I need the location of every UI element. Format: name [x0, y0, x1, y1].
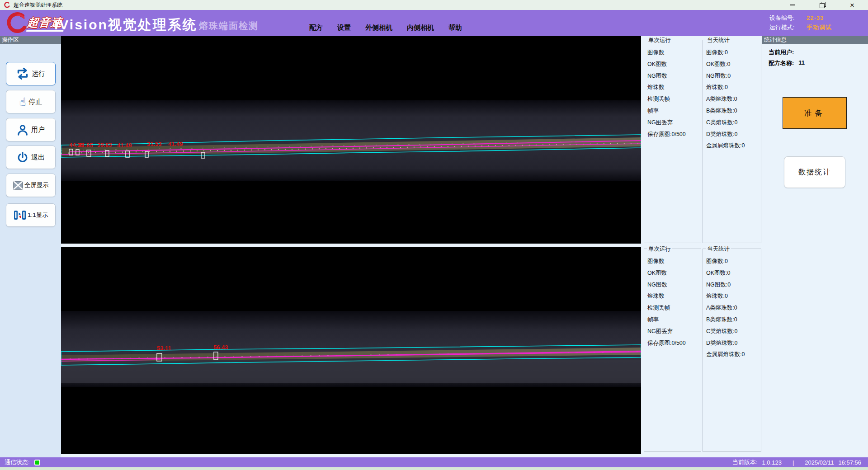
- data-statistics-button[interactable]: 数据统计: [784, 156, 845, 188]
- stat-row: 金属屑熔珠数:0: [703, 349, 761, 361]
- single-run-stats-bottom: 单次运行 图像数 OK图数 NG图数 熔珠数 检测丢帧 帧率 NG图丢弃 保存原…: [644, 249, 701, 452]
- menu-item-help[interactable]: 帮助: [448, 24, 462, 32]
- one-to-one-icon: [13, 209, 27, 221]
- stat-row: 熔珠数:0: [703, 82, 761, 94]
- stat-row: OK图数:0: [703, 59, 761, 70]
- close-button[interactable]: ×: [846, 1, 858, 9]
- inner-camera-image: [61, 247, 641, 454]
- minimize-icon: [790, 5, 795, 5]
- stat-row: C类熔珠数:0: [703, 117, 761, 129]
- daily-stats-bottom: 当天统计 图像数:0 OK图数:0 NG图数:0 熔珠数:0 A类熔珠数:0 B…: [703, 249, 761, 452]
- main-menu: 配方 设置 外侧相机 内侧相机 帮助: [309, 24, 462, 32]
- stop-button-label: 停止: [29, 98, 42, 106]
- exit-button-label: 退出: [31, 153, 45, 162]
- device-info: 设备编号: 22-33 运行模式: 手动调试: [769, 13, 832, 32]
- stat-row: 检测丢帧: [644, 302, 701, 314]
- stat-row: 检测丢帧: [644, 94, 701, 105]
- current-user-row: 当前用户:: [769, 48, 798, 56]
- minimize-button[interactable]: [787, 1, 798, 9]
- inner-camera-view: 53.11 56.43: [61, 247, 641, 454]
- stat-row: D类熔珠数:0: [703, 338, 761, 349]
- measurement-label: 31.53: [147, 141, 162, 147]
- stat-row: 图像数: [644, 256, 701, 268]
- run-arrows-icon: [16, 67, 29, 80]
- stat-row: A类熔珠数:0: [703, 94, 761, 105]
- one-to-one-button-label: 1:1显示: [28, 211, 48, 219]
- stat-row: 熔珠数: [644, 291, 701, 302]
- app-subtitle: 熔珠端面检测: [199, 20, 259, 32]
- prepare-button[interactable]: 准备: [783, 97, 847, 129]
- stat-row: C类熔珠数:0: [703, 326, 761, 338]
- measurement-label: 41.49: [168, 141, 183, 147]
- run-mode-label: 运行模式:: [769, 24, 807, 32]
- fullscreen-button[interactable]: 全屏显示: [6, 174, 56, 197]
- comm-status-label: 通信状态:: [5, 458, 30, 466]
- current-user-label: 当前用户:: [769, 48, 794, 56]
- user-icon: [17, 124, 28, 136]
- single-run-stats-top: 单次运行 图像数 OK图数 NG图数 熔珠数 检测丢帧 帧率 NG图丢弃 保存原…: [644, 40, 701, 243]
- app-logo-icon: [4, 2, 10, 9]
- stat-row: NG图数:0: [703, 70, 761, 82]
- measurement-label: 53.11: [157, 345, 171, 352]
- comm-status-indicator: [34, 460, 40, 465]
- operation-sidebar: 操作区 运行 ☝ 停止 用户: [0, 36, 61, 457]
- run-mode-value: 手动调试: [807, 24, 832, 32]
- window-title: 超音速视觉处理系统: [14, 1, 62, 9]
- stat-row: NG图数:0: [703, 279, 761, 291]
- sidebar-title: 操作区: [0, 36, 61, 44]
- status-date: 2025/02/11: [805, 459, 834, 466]
- menu-item-outer-camera[interactable]: 外侧相机: [365, 24, 392, 32]
- stat-row: 熔珠数:0: [703, 291, 761, 302]
- recipe-name-value: 11: [798, 59, 805, 67]
- statistics-info-panel: 统计信息 当前用户: 配方名称: 11 准备 数据统计: [762, 36, 868, 457]
- main-content: 操作区 运行 ☝ 停止 用户: [0, 36, 868, 457]
- outer-camera-view: 44.39 41.85 39.83 41.49 31.53 41.49: [61, 36, 641, 244]
- menu-item-inner-camera[interactable]: 内侧相机: [407, 24, 434, 32]
- stat-row: B类熔珠数:0: [703, 314, 761, 326]
- stat-row: OK图数: [644, 268, 701, 279]
- stat-row: OK图数:0: [703, 268, 761, 279]
- measurement-label: 56.43: [213, 344, 228, 351]
- stat-row: 帧率: [644, 105, 701, 117]
- group-title: 当天统计: [706, 37, 731, 44]
- version-label: 当前版本:: [732, 458, 758, 466]
- measurement-label: 41.85: [78, 142, 93, 149]
- stat-row: 图像数: [644, 47, 701, 59]
- one-to-one-button[interactable]: 1:1显示: [6, 203, 56, 227]
- recipe-name-label: 配方名称:: [769, 59, 794, 67]
- app-title: IVision视觉处理系统: [54, 16, 198, 34]
- stat-row: 熔珠数: [644, 82, 701, 94]
- stat-row: NG图数: [644, 70, 701, 82]
- run-button[interactable]: 运行: [6, 62, 56, 85]
- stat-row: 图像数:0: [703, 256, 761, 268]
- stat-row: A类熔珠数:0: [703, 302, 761, 314]
- group-title: 单次运行: [647, 37, 672, 44]
- restore-icon: [820, 3, 825, 7]
- fullscreen-button-label: 全屏显示: [24, 181, 49, 189]
- user-button[interactable]: 用户: [6, 118, 56, 141]
- run-button-label: 运行: [32, 70, 45, 78]
- fullscreen-icon: [13, 180, 24, 191]
- menu-item-recipe[interactable]: 配方: [309, 24, 323, 32]
- status-time: 16:57:56: [838, 459, 861, 466]
- power-icon: [17, 151, 28, 163]
- stop-button[interactable]: ☝ 停止: [6, 90, 56, 113]
- group-title: 当天统计: [706, 245, 731, 253]
- daily-stats-top: 当天统计 图像数:0 OK图数:0 NG图数:0 熔珠数:0 A类熔珠数:0 B…: [703, 40, 761, 243]
- app-header: 超音速 IVision视觉处理系统 熔珠端面检测 配方 设置 外侧相机 内侧相机…: [0, 10, 868, 36]
- stat-row: B类熔珠数:0: [703, 105, 761, 117]
- stat-row: NG图丢弃: [644, 326, 701, 338]
- exit-button[interactable]: 退出: [6, 146, 56, 169]
- restore-button[interactable]: [816, 1, 828, 9]
- stat-row: 保存原图:0/500: [644, 338, 701, 349]
- menu-item-settings[interactable]: 设置: [337, 24, 351, 32]
- stat-row: D类熔珠数:0: [703, 129, 761, 141]
- measurement-label: 39.83: [97, 141, 112, 148]
- recipe-name-row: 配方名称: 11: [769, 59, 805, 67]
- version-value: 1.0.123: [762, 459, 782, 466]
- device-number-value: 22-33: [807, 14, 824, 21]
- status-bar: 通信状态: 当前版本: 1.0.123 | 2025/02/11 16:57:5…: [0, 457, 868, 467]
- stat-row: NG图丢弃: [644, 117, 701, 129]
- stat-row: NG图数: [644, 279, 701, 291]
- stat-row: 保存原图:0/500: [644, 129, 701, 141]
